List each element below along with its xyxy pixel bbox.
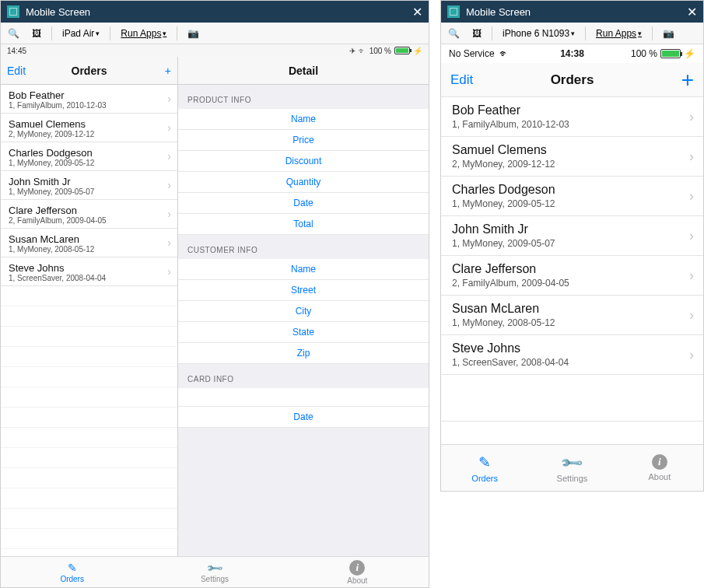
- order-cell[interactable]: Steve Johns1, ScreenSaver, 2008-04-04›: [441, 335, 703, 375]
- order-subtitle: 1, ScreenSaver, 2008-04-04: [452, 357, 692, 368]
- order-subtitle: 1, MyMoney, 2009-05-07: [9, 187, 170, 196]
- chevron-right-icon: ›: [167, 265, 171, 278]
- zoom-icon[interactable]: 🔍: [444, 26, 464, 41]
- battery-percent: 100 %: [631, 48, 657, 59]
- tab-settings[interactable]: 🔧Settings: [143, 557, 285, 587]
- order-cell[interactable]: Charles Dodgeson1, MyMoney, 2009-05-12›: [441, 177, 703, 216]
- run-apps-menu[interactable]: Run Apps▾: [592, 26, 646, 41]
- order-cell[interactable]: Bob Feather1, FamilyAlbum, 2010-12-03›: [1, 85, 177, 114]
- field-row[interactable]: Date: [178, 407, 429, 428]
- field-row[interactable]: [178, 388, 429, 407]
- order-name: Clare Jefferson: [9, 205, 170, 216]
- field-row[interactable]: Quantity: [178, 172, 429, 193]
- section-header: CUSTOMER INFO: [178, 235, 429, 259]
- bolt-icon: ⚡: [684, 48, 695, 59]
- edit-button[interactable]: Edit: [7, 65, 38, 77]
- tab-orders[interactable]: ✎Orders: [1, 557, 143, 587]
- window-title: Mobile Screen: [466, 6, 531, 18]
- picture-icon[interactable]: 🖼: [28, 26, 45, 41]
- order-cell[interactable]: Steve Johns1, ScreenSaver, 2008-04-04›: [1, 257, 177, 286]
- field-row[interactable]: Date: [178, 193, 429, 214]
- orders-list[interactable]: Bob Feather1, FamilyAlbum, 2010-12-03›Sa…: [1, 85, 177, 556]
- app-icon: [7, 5, 19, 18]
- order-cell[interactable]: Samuel Clemens2, MyMoney, 2009-12-12›: [441, 137, 703, 177]
- field-row[interactable]: Street: [178, 280, 429, 301]
- master-title: Orders: [38, 65, 140, 77]
- airplane-icon: ✈: [349, 47, 356, 55]
- orders-list[interactable]: Bob Feather1, FamilyAlbum, 2010-12-03›Sa…: [441, 97, 703, 444]
- order-subtitle: 2, MyMoney, 2009-12-12: [9, 130, 170, 138]
- ios-statusbar: 14:45 ✈ ᯤ 100 % ⚡: [1, 44, 429, 57]
- device-selector[interactable]: iPad Air▾: [58, 26, 103, 41]
- mobile-screen-window-ipad: Mobile Screen ✕ 🔍 🖼 iPad Air▾ Run Apps▾ …: [0, 0, 429, 588]
- field-row[interactable]: City: [178, 301, 429, 322]
- order-cell[interactable]: Clare Jefferson2, FamilyAlbum, 2009-04-0…: [1, 200, 177, 229]
- order-subtitle: 1, MyMoney, 2008-05-12: [452, 317, 692, 328]
- section-header: CARD INFO: [178, 364, 429, 388]
- detail-title: Detail: [215, 65, 391, 77]
- detail-form[interactable]: PRODUCT INFONamePriceDiscountQuantityDat…: [178, 85, 429, 556]
- field-row[interactable]: Name: [178, 109, 429, 130]
- order-cell[interactable]: Susan McLaren1, MyMoney, 2008-05-12›: [441, 296, 703, 335]
- close-icon[interactable]: ✕: [412, 5, 422, 19]
- field-row[interactable]: Zip: [178, 343, 429, 364]
- picture-icon[interactable]: 🖼: [468, 26, 485, 41]
- device-screen-iphone: No Service ᯤ 14:38 100 % ⚡ Edit Orders +…: [441, 44, 703, 491]
- order-cell[interactable]: John Smith Jr1, MyMoney, 2009-05-07›: [1, 171, 177, 200]
- tabbar: ✎Orders 🔧Settings iAbout: [1, 556, 429, 587]
- field-row[interactable]: State: [178, 322, 429, 343]
- toolbar: 🔍 🖼 iPhone 6 N1093▾ Run Apps▾ 📷: [441, 23, 703, 44]
- chevron-right-icon: ›: [167, 121, 171, 134]
- battery-icon: [660, 49, 681, 58]
- field-row[interactable]: Name: [178, 259, 429, 280]
- tab-settings[interactable]: 🔧Settings: [528, 445, 615, 491]
- add-button[interactable]: +: [655, 72, 694, 89]
- add-button[interactable]: +: [140, 62, 171, 79]
- field-row[interactable]: Total: [178, 214, 429, 235]
- tab-orders[interactable]: ✎Orders: [441, 445, 528, 491]
- battery-icon: [394, 47, 410, 54]
- close-icon[interactable]: ✕: [687, 5, 697, 19]
- section-header: PRODUCT INFO: [178, 85, 429, 109]
- device-selector[interactable]: iPhone 6 N1093▾: [499, 26, 579, 41]
- order-cell[interactable]: John Smith Jr1, MyMoney, 2009-05-07›: [441, 216, 703, 256]
- nav-title: Orders: [489, 72, 655, 88]
- order-cell[interactable]: Charles Dodgeson1, MyMoney, 2009-05-12›: [1, 142, 177, 171]
- app-icon: [447, 5, 460, 18]
- chevron-right-icon: ›: [689, 307, 694, 324]
- tab-about[interactable]: iAbout: [616, 445, 703, 491]
- mobile-screen-window-iphone: Mobile Screen ✕ 🔍 🖼 iPhone 6 N1093▾ Run …: [440, 0, 704, 492]
- chevron-right-icon: ›: [167, 236, 171, 249]
- chevron-right-icon: ›: [689, 347, 694, 363]
- zoom-icon[interactable]: 🔍: [4, 26, 23, 41]
- order-subtitle: 2, MyMoney, 2009-12-12: [452, 159, 692, 170]
- run-apps-menu[interactable]: Run Apps▾: [117, 26, 170, 41]
- order-subtitle: 2, FamilyAlbum, 2009-04-05: [452, 278, 692, 289]
- order-cell[interactable]: Susan McLaren1, MyMoney, 2008-05-12›: [1, 229, 177, 257]
- field-row[interactable]: Discount: [178, 151, 429, 172]
- order-name: Samuel Clemens: [9, 118, 170, 130]
- order-name: Samuel Clemens: [452, 143, 692, 157]
- battery-percent: 100 %: [370, 47, 391, 55]
- order-cell[interactable]: Samuel Clemens2, MyMoney, 2009-12-12›: [1, 114, 177, 142]
- field-row[interactable]: Price: [178, 130, 429, 151]
- order-cell[interactable]: Bob Feather1, FamilyAlbum, 2010-12-03›: [441, 97, 703, 137]
- wifi-icon: ᯤ: [359, 47, 366, 55]
- order-cell[interactable]: Clare Jefferson2, FamilyAlbum, 2009-04-0…: [441, 256, 703, 296]
- order-subtitle: 1, FamilyAlbum, 2010-12-03: [452, 119, 692, 130]
- order-subtitle: 1, ScreenSaver, 2008-04-04: [9, 274, 170, 282]
- navbar: Edit Orders +: [441, 63, 703, 97]
- titlebar: Mobile Screen ✕: [441, 1, 703, 23]
- bolt-icon: ⚡: [413, 47, 422, 55]
- edit-button[interactable]: Edit: [450, 72, 489, 88]
- camera-icon[interactable]: 📷: [659, 26, 678, 41]
- order-name: Clare Jefferson: [452, 262, 692, 276]
- camera-icon[interactable]: 📷: [184, 26, 203, 41]
- tab-about[interactable]: iAbout: [286, 557, 429, 587]
- chevron-right-icon: ›: [689, 188, 694, 205]
- detail-navbar: Detail: [178, 57, 429, 85]
- order-subtitle: 1, MyMoney, 2009-05-12: [9, 159, 170, 167]
- status-time: 14:45: [7, 47, 349, 55]
- order-subtitle: 1, FamilyAlbum, 2010-12-03: [9, 101, 170, 110]
- pencil-icon: ✎: [478, 453, 491, 471]
